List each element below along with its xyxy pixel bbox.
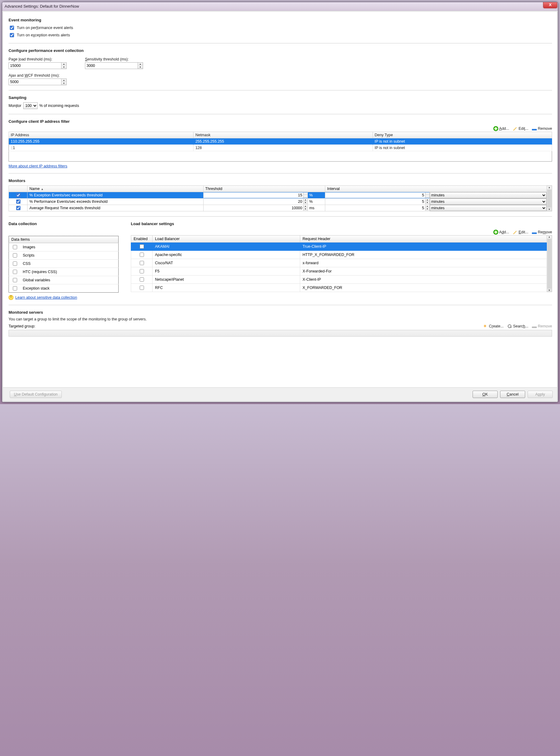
sensitivity-spinbox[interactable]: ▲▼ [85,62,143,69]
spin-up[interactable]: ▲ [61,63,66,66]
lb-row[interactable]: Cisco/NATx-forward [131,259,547,267]
spin-up[interactable]: ▲ [138,63,143,66]
monitor-row[interactable]: % Exception Events/sec exceeds threshold… [9,192,547,198]
mon-name-col[interactable]: Name▲ [27,186,203,192]
lb-enabled-checkbox[interactable] [140,286,144,290]
data-item-row[interactable]: CSS [9,260,119,268]
cancel-button[interactable]: Cancel [500,391,525,398]
sampling-suffix: % of incoming requests [39,104,79,108]
monitored-servers-desc: You can target a group to limit the scop… [8,317,552,321]
perf-alerts-checkbox-row[interactable]: Turn on performance event alerts [8,25,552,31]
tg-search-button[interactable]: Search... [507,324,528,329]
ip-edit-button[interactable]: Edit... [513,126,528,131]
lb-enabled-checkbox[interactable] [140,269,144,273]
data-item-row[interactable]: Global variables [9,276,119,285]
ip-col-header[interactable]: IP Address [9,132,194,139]
lb-row[interactable]: Netscape/iPlanetX-Client-IP [131,275,547,284]
sensitive-data-link[interactable]: Learn about sensitive data collection [15,295,77,300]
spin-up[interactable]: ▲ [61,79,66,82]
tg-create-button[interactable]: ✶Create... [483,324,503,329]
ip-row[interactable]: 110.255.255.255 255.255.255.255 IP is no… [9,139,552,145]
monitor-row[interactable]: Average Request Time exceeds threshold▲▼… [9,205,547,211]
ajax-label: Ajax and WCF threshold (ms): [8,73,552,78]
threshold-input[interactable] [204,192,303,198]
ajax-input[interactable] [9,79,61,85]
monitors-table[interactable]: Name▲ Threshold Interval % Exception Eve… [8,185,547,211]
lb-scrollbar[interactable]: ▲▼ [547,235,552,292]
data-item-checkbox[interactable] [13,278,17,282]
lb-header: X-Forwarded-For [300,267,546,275]
interval-input[interactable] [325,199,425,204]
lb-row[interactable]: AKAMAITrue-Client-IP [131,243,547,251]
interval-unit-select[interactable]: minutes [430,198,546,205]
spin-down[interactable]: ▼ [61,82,66,85]
threshold-input[interactable] [204,199,303,204]
monitors-scrollbar[interactable]: ▲▼ [547,185,552,211]
data-item-row[interactable]: Scripts [9,251,119,260]
deny-col-header[interactable]: Deny Type [373,132,552,139]
scroll-area[interactable]: Event monitoring Turn on performance eve… [3,12,557,387]
divider [8,173,552,173]
data-item-row[interactable]: Images [9,243,119,251]
monitor-checkbox[interactable] [16,200,20,204]
lb-name-col[interactable]: Load Balancer [153,235,300,243]
ip-more-link[interactable]: More about client IP address filters [8,164,67,168]
sensitivity-input[interactable] [85,63,138,69]
ip-filter-table[interactable]: IP Address Netmask Deny Type 110.255.255… [8,132,552,162]
ip-add-button[interactable]: Add... [493,126,509,131]
lb-add-button[interactable]: Add... [493,230,509,235]
lb-remove-button[interactable]: Remove [532,230,552,235]
lb-header-col[interactable]: Request Header [300,235,546,243]
ok-button[interactable]: OK [473,391,498,398]
perf-alerts-checkbox[interactable] [10,26,14,30]
monitor-row[interactable]: % Performance Events/sec exceeds thresho… [9,198,547,205]
interval-input[interactable] [325,192,425,198]
window-title: Advanced Settings: Default for DinnerNow [5,4,79,8]
interval-unit-select[interactable]: minutes [430,205,546,211]
data-item-checkbox[interactable] [13,270,17,274]
titlebar[interactable]: Advanced Settings: Default for DinnerNow… [2,2,558,11]
lb-row[interactable]: Apache-specificHTTP_X_FORWARDED_FOR [131,251,547,259]
data-item-row[interactable]: Exception stack [9,285,119,293]
page-load-spinbox[interactable]: ▲▼ [8,62,67,69]
spin-down[interactable]: ▼ [61,66,66,69]
lb-enabled-checkbox[interactable] [140,244,144,249]
lb-edit-button[interactable]: Edit... [513,230,528,235]
interval-unit-select[interactable]: minutes [430,192,546,198]
lb-row[interactable]: RFCX_FORWARDED_FOR [131,284,547,292]
sampling-combo[interactable]: 100 [23,102,38,109]
data-collection-heading: Data collection [8,222,119,226]
exc-alerts-checkbox[interactable] [10,33,14,37]
ajax-spinbox[interactable]: ▲▼ [8,79,67,85]
mon-check-col[interactable] [9,186,27,192]
monitor-checkbox[interactable] [16,206,20,210]
minus-icon [532,327,537,328]
exc-alerts-checkbox-row[interactable]: Turn on exception events alerts [8,32,552,38]
divider [8,90,552,90]
data-item-row[interactable]: HTC (requires CSS) [9,268,119,276]
lb-enabled-col[interactable]: Enabled [131,235,153,243]
close-button[interactable]: X [543,2,557,8]
lb-enabled-checkbox[interactable] [140,277,144,281]
spin-down[interactable]: ▼ [138,66,143,69]
data-item-checkbox[interactable] [13,253,17,257]
mask-col-header[interactable]: Netmask [194,132,373,139]
data-item-checkbox[interactable] [13,261,17,266]
lb-enabled-checkbox[interactable] [140,261,144,265]
monitor-checkbox[interactable] [16,193,20,197]
mon-threshold-col[interactable]: Threshold [203,186,325,192]
lb-row[interactable]: F5X-Forwarded-For [131,267,547,275]
ip-filter-heading: Configure client IP address filter [8,119,552,124]
data-item-checkbox[interactable] [13,286,17,291]
load-balancer-table[interactable]: Enabled Load Balancer Request Header AKA… [131,235,547,292]
data-items-table[interactable]: Data Items ImagesScriptsCSSHTC (requires… [8,236,119,293]
lb-enabled-checkbox[interactable] [140,253,144,257]
mon-interval-col[interactable]: Interval [325,186,547,192]
ip-row[interactable]: ::1 128 IP is not in subnet [9,145,552,151]
interval-input[interactable] [325,205,425,211]
lb-name: Apache-specific [153,251,300,259]
ip-remove-button[interactable]: Remove [532,126,552,131]
page-load-input[interactable] [9,63,61,69]
threshold-input[interactable] [204,205,303,211]
data-item-checkbox[interactable] [13,245,17,249]
